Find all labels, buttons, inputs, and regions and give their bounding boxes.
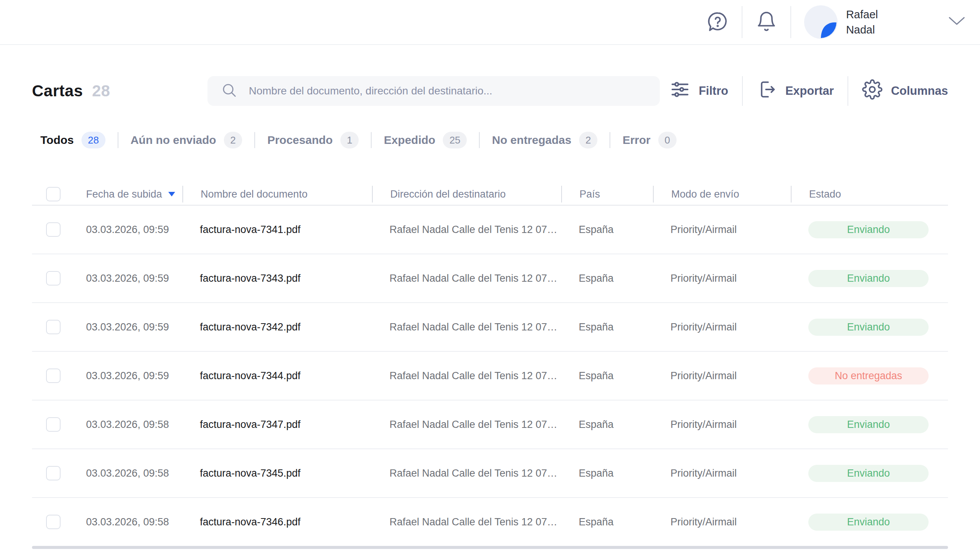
title-row: Cartas 28 (32, 76, 948, 106)
gear-icon (862, 79, 883, 103)
user-menu-chevron[interactable] (948, 16, 966, 29)
tab-divider (371, 132, 372, 148)
column-header-label: Dirección del destinatario (390, 188, 506, 200)
column-header-mode: Modo de envío (653, 186, 791, 203)
column-header-label: País (579, 188, 600, 200)
export-button[interactable]: Exportar (757, 79, 834, 103)
table-body: 03.03.2026, 09:59 factura-nova-7341.pdf … (32, 205, 948, 546)
cell-mode: Priority/Airmail (653, 370, 791, 382)
cell-recipient: Rafael Nadal Calle del Tenis 12 07… (372, 516, 561, 528)
tab-count-badge: 2 (579, 132, 597, 148)
cell-date: 03.03.2026, 09:59 (86, 224, 182, 236)
cell-recipient: Rafael Nadal Calle del Tenis 12 07… (372, 321, 561, 333)
table-row[interactable]: 03.03.2026, 09:58 factura-nova-7345.pdf … (32, 448, 948, 497)
tab-label: No entregadas (492, 134, 571, 147)
cell-recipient: Rafael Nadal Calle del Tenis 12 07… (372, 419, 561, 431)
column-header-label: Fecha de subida (86, 188, 162, 200)
export-button-label: Exportar (785, 84, 834, 98)
tab-aun-no-enviado[interactable]: Aún no enviado 2 (131, 132, 242, 148)
row-checkbox[interactable] (46, 466, 61, 480)
table-row[interactable]: 03.03.2026, 09:59 factura-nova-7343.pdf … (32, 254, 948, 302)
columns-button[interactable]: Columnas (862, 79, 948, 103)
table-row[interactable]: 03.03.2026, 09:58 factura-nova-7346.pdf … (32, 497, 948, 546)
header-divider (790, 6, 791, 38)
cell-mode: Priority/Airmail (653, 516, 791, 528)
toolbar-divider (742, 76, 743, 106)
tab-error[interactable]: Error 0 (622, 132, 677, 148)
cell-date: 03.03.2026, 09:59 (86, 273, 182, 284)
tab-count-badge: 1 (340, 132, 359, 148)
row-checkbox[interactable] (46, 417, 61, 432)
cell-country: España (561, 224, 653, 236)
tab-count-badge: 28 (81, 132, 105, 148)
user-menu[interactable]: Rafael Nadal (804, 5, 878, 39)
letters-table: Fecha de subida Nombre del documento Dir… (32, 183, 948, 549)
tab-todos[interactable]: Todos 28 (40, 132, 105, 148)
cell-date: 03.03.2026, 09:59 (86, 370, 182, 382)
row-checkbox[interactable] (46, 369, 61, 383)
cell-mode: Priority/Airmail (653, 419, 791, 431)
cell-country: España (561, 370, 653, 382)
top-header: Rafael Nadal (0, 0, 980, 45)
table-row[interactable]: 03.03.2026, 09:59 factura-nova-7342.pdf … (32, 302, 948, 351)
cell-recipient: Rafael Nadal Calle del Tenis 12 07… (372, 224, 561, 236)
page-title: Cartas 28 (32, 82, 110, 100)
row-checkbox[interactable] (46, 222, 61, 237)
cell-document-name: factura-nova-7341.pdf (182, 224, 372, 236)
column-header-name: Nombre del documento (182, 186, 372, 203)
columns-button-label: Columnas (891, 84, 948, 98)
search-bar (207, 76, 660, 106)
status-badge: Enviando (808, 270, 929, 287)
cell-recipient: Rafael Nadal Calle del Tenis 12 07… (372, 370, 561, 382)
row-checkbox[interactable] (46, 271, 61, 286)
filter-button[interactable]: Filtro (670, 79, 728, 103)
tab-label: Expedido (384, 134, 435, 147)
cell-recipient: Rafael Nadal Calle del Tenis 12 07… (372, 467, 561, 479)
toolbar-divider (848, 76, 848, 106)
filter-button-label: Filtro (699, 84, 728, 98)
tab-label: Todos (40, 134, 74, 147)
cell-mode: Priority/Airmail (653, 273, 791, 284)
tab-label: Aún no enviado (131, 134, 216, 147)
help-icon (707, 11, 729, 34)
tab-count-badge: 25 (443, 132, 467, 148)
chevron-down-icon (948, 16, 966, 29)
main-content: Cartas 28 (0, 76, 980, 549)
cell-document-name: factura-nova-7345.pdf (182, 467, 372, 479)
column-header-recipient: Dirección del destinatario (372, 186, 561, 203)
select-all-checkbox[interactable] (46, 187, 61, 201)
tab-count-badge: 2 (224, 132, 242, 148)
cell-document-name: factura-nova-7346.pdf (182, 516, 372, 528)
status-badge: Enviando (808, 465, 929, 482)
filter-sliders-icon (670, 79, 690, 103)
notifications-button[interactable] (755, 11, 777, 34)
horizontal-scrollbar[interactable] (32, 546, 948, 549)
status-badge: Enviando (808, 319, 929, 336)
tab-count-badge: 0 (658, 132, 677, 148)
table-header-row: Fecha de subida Nombre del documento Dir… (32, 183, 948, 205)
help-button[interactable] (707, 11, 729, 34)
tab-procesando[interactable]: Procesando 1 (267, 132, 359, 148)
header-divider (742, 6, 742, 38)
cell-country: España (561, 419, 653, 431)
column-header-date[interactable]: Fecha de subida (86, 186, 182, 203)
cell-mode: Priority/Airmail (653, 321, 791, 333)
cell-country: España (561, 321, 653, 333)
row-checkbox[interactable] (46, 515, 61, 529)
tab-expedido[interactable]: Expedido 25 (384, 132, 467, 148)
column-header-label: Estado (809, 188, 841, 200)
status-badge: Enviando (808, 514, 929, 531)
table-row[interactable]: 03.03.2026, 09:58 factura-nova-7347.pdf … (32, 400, 948, 448)
table-row[interactable]: 03.03.2026, 09:59 factura-nova-7344.pdf … (32, 351, 948, 400)
table-row[interactable]: 03.03.2026, 09:59 factura-nova-7341.pdf … (32, 205, 948, 254)
tab-no-entregadas[interactable]: No entregadas 2 (492, 132, 597, 148)
bell-icon (755, 11, 777, 34)
cell-document-name: factura-nova-7347.pdf (182, 419, 372, 431)
column-header-status: Estado (791, 186, 948, 203)
row-checkbox[interactable] (46, 320, 61, 334)
user-first-name: Rafael (846, 7, 878, 22)
tab-divider (118, 132, 118, 148)
column-header-label: Modo de envío (671, 188, 739, 200)
search-input[interactable] (249, 85, 646, 97)
cell-date: 03.03.2026, 09:58 (86, 419, 182, 431)
